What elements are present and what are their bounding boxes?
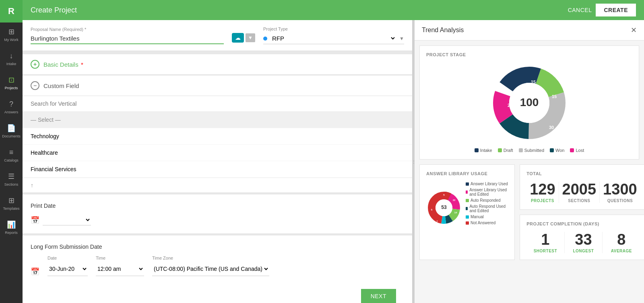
main-content: Create Project CANCEL CREATE Proposal Na…	[23, 0, 644, 303]
basic-details-section[interactable]: + Basic Details *	[23, 54, 412, 75]
top-bar-actions: CANCEL CREATE	[568, 4, 636, 16]
lost-dot	[570, 148, 574, 152]
project-stage-card: PROJECT STAGE	[419, 45, 639, 160]
sidebar-label-my-work: My Work	[4, 38, 18, 42]
sidebar-label-projects: Projects	[5, 86, 18, 90]
totals-stats: 129 PROJECTS 2005 SECTIONS 1300 QUESTION…	[526, 182, 640, 203]
intake-dot	[475, 148, 479, 152]
print-date-row: 📅	[31, 215, 404, 225]
scroll-arrow: ↑	[31, 182, 33, 188]
auto-responded-label: Auto Responded	[471, 198, 501, 203]
vertical-dropdown-area: — Select — Technology Healthcare Financi…	[23, 96, 412, 193]
sidebar-item-templates[interactable]: ⊞ Templates	[0, 191, 23, 215]
time-label: Time	[96, 256, 144, 260]
vertical-option-technology[interactable]: Technology	[23, 128, 412, 145]
required-star: *	[81, 61, 83, 68]
intake-label: Intake	[480, 148, 492, 153]
templates-icon: ⊞	[8, 196, 14, 205]
sidebar-item-intake[interactable]: ↓ Intake	[0, 47, 23, 71]
svg-text:25: 25	[508, 103, 512, 108]
svg-text:100: 100	[520, 96, 539, 109]
basic-details-label: Basic Details	[43, 61, 78, 68]
type-select-arrow: ▼	[399, 36, 404, 41]
submission-time-select[interactable]: 12:00 am	[96, 264, 144, 274]
app-logo[interactable]: R	[0, 0, 23, 23]
cloud-dropdown-arrow[interactable]: ▼	[246, 33, 255, 42]
legend-not-answered: Not Answered	[466, 221, 508, 225]
legend-draft: Draft	[498, 148, 513, 153]
svg-text:22: 22	[453, 199, 456, 201]
submission-row: 📅 Date 30-Jun-20 Time 12:0	[31, 256, 404, 276]
search-vertical-input[interactable]	[31, 100, 404, 107]
manual-label: Manual	[471, 215, 484, 219]
sidebar-label-documents: Documents	[2, 134, 21, 138]
submission-timezone-select[interactable]: (UTC-08:00) Pacific Time (US and Canada)	[152, 264, 269, 274]
custom-field-section[interactable]: − Custom Field	[23, 76, 412, 96]
total-card: TOTAL 129 PROJECTS 2005 SECTIONS	[520, 164, 644, 210]
sidebar-item-sections[interactable]: ☰ Sections	[0, 167, 23, 191]
legend-submitted: Submitted	[519, 148, 545, 153]
print-cal-icon[interactable]: 📅	[31, 216, 39, 225]
won-label: Won	[555, 148, 564, 153]
sections-value: 2005	[562, 182, 597, 197]
svg-text:15: 15	[552, 94, 557, 99]
project-type-dropdown[interactable]: RFP RFI RFQ	[270, 35, 396, 42]
completion-stats: 1 SHORTEST 33 LONGEST 8 AVERAGE	[526, 232, 640, 253]
project-stage-title: PROJECT STAGE	[426, 52, 632, 57]
basic-details-icon: +	[31, 60, 39, 69]
page-title: Create Project	[31, 6, 77, 14]
proposal-input[interactable]	[31, 33, 224, 44]
vertical-option-financial[interactable]: Financial Services	[23, 161, 412, 178]
won-dot	[550, 148, 554, 152]
questions-label: QUESTIONS	[607, 199, 633, 203]
submission-section: Long Form Submission Date 📅 Date 30-Jun-…	[23, 235, 412, 303]
basic-details-title: Basic Details *	[43, 61, 83, 68]
trend-panel: Trend Analysis ✕ PROJECT STAGE	[415, 20, 644, 303]
cloud-button[interactable]: ☁	[232, 33, 244, 43]
sidebar-item-catalogs[interactable]: ≡ Catalogs	[0, 143, 23, 167]
submission-date-select[interactable]: 30-Jun-20	[47, 264, 88, 274]
questions-stat: 1300 QUESTIONS	[600, 182, 640, 203]
project-stage-donut: 100 25 15 15 30	[481, 63, 578, 143]
right-stats-column: TOTAL 129 PROJECTS 2005 SECTIONS	[520, 164, 644, 260]
submission-timezone-field: Time Zone (UTC-08:00) Pacific Time (US a…	[152, 256, 269, 276]
longest-label: LONGEST	[573, 249, 594, 253]
time-select-wrapper: 12:00 am	[96, 262, 144, 276]
al-used-edited-dot	[466, 190, 468, 194]
projects-icon: ⊡	[8, 76, 14, 84]
proposal-label: Proposal Name (Required) *	[31, 27, 224, 32]
sidebar-item-answers[interactable]: ? Answers	[0, 95, 23, 119]
legend-auto-respond-edited: Auto Respond Used and Edited	[466, 204, 508, 213]
print-date-title: Print Date	[31, 203, 404, 209]
catalogs-icon: ≡	[9, 148, 14, 157]
create-button[interactable]: CREATE	[596, 4, 636, 16]
completion-card-title: PROJECT COMPLETION (DAYS)	[526, 221, 640, 226]
sidebar-item-reports[interactable]: 📊 Reports	[0, 215, 23, 240]
sidebar-label-sections: Sections	[4, 182, 19, 186]
panel-close-button[interactable]: ✕	[631, 26, 637, 35]
longest-value: 33	[575, 232, 592, 247]
answers-icon: ?	[9, 100, 13, 109]
project-type-field: Project Type RFP RFI RFQ ▼	[263, 27, 404, 44]
svg-text:30: 30	[549, 125, 554, 130]
next-button[interactable]: NEXT	[361, 289, 396, 303]
project-stage-legend: Intake Draft Submitted Won	[426, 148, 632, 153]
sidebar-item-projects[interactable]: ⊡ Projects	[0, 71, 23, 95]
sidebar-item-documents[interactable]: 📄 Documents	[0, 119, 23, 143]
shortest-value: 1	[541, 232, 549, 247]
vertical-option-healthcare[interactable]: Healthcare	[23, 145, 412, 161]
my-work-icon: ⊞	[8, 27, 14, 36]
timezone-label: Time Zone	[152, 256, 269, 260]
al-used-dot	[466, 182, 469, 186]
legend-intake: Intake	[475, 148, 492, 153]
intake-icon: ↓	[10, 52, 13, 60]
not-answered-dot	[466, 221, 469, 225]
sidebar-item-my-work[interactable]: ⊞ My Work	[0, 23, 23, 47]
legend-won: Won	[550, 148, 564, 153]
submission-title: Long Form Submission Date	[31, 244, 404, 250]
vertical-option-select[interactable]: — Select —	[23, 112, 412, 128]
cancel-button[interactable]: CANCEL	[568, 7, 592, 13]
project-type-select: RFP RFI RFQ ▼	[263, 33, 404, 44]
bottom-cards: ANSWER LIBRARY USAGE	[419, 164, 639, 260]
print-date-select[interactable]	[43, 215, 91, 225]
